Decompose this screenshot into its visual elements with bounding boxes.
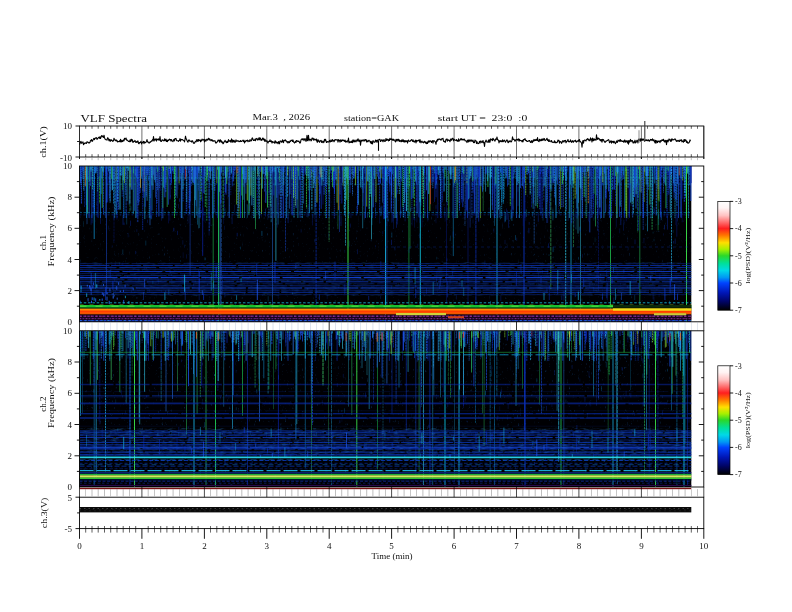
svg-text:4: 4 [68,420,73,430]
svg-text:ch.3(V): ch.3(V) [40,498,50,529]
svg-text:-3: -3 [735,362,742,371]
svg-text:station=GAK: station=GAK [344,113,400,123]
svg-text:2: 2 [68,451,73,461]
svg-text:VLF Spectra: VLF Spectra [81,113,148,124]
svg-text:8: 8 [68,192,73,202]
svg-text:9: 9 [639,541,644,551]
svg-text:6: 6 [452,541,457,551]
svg-text:2: 2 [202,541,207,551]
svg-text:4: 4 [68,255,73,265]
svg-text:-6: -6 [735,443,742,452]
svg-text:3: 3 [265,541,270,551]
svg-text:10: 10 [699,541,709,551]
svg-text:8: 8 [577,541,582,551]
svg-text:6: 6 [68,223,73,233]
svg-text:10: 10 [63,161,73,171]
svg-text:-4: -4 [735,224,742,233]
svg-text:ch.1(V): ch.1(V) [38,126,48,158]
svg-text:Frequency (kHz): Frequency (kHz) [46,197,56,267]
svg-text:-7: -7 [735,470,742,479]
svg-text:5: 5 [389,541,394,551]
svg-text:0: 0 [77,541,82,551]
svg-text:-6: -6 [735,279,742,288]
svg-text:log(PSD)(V²/Hz): log(PSD)(V²/Hz) [745,391,753,448]
svg-text:4: 4 [327,541,332,551]
svg-text:Mar.3 , 2026: Mar.3 , 2026 [253,112,311,122]
svg-text:Frequency (kHz): Frequency (kHz) [46,358,56,428]
svg-text:-3: -3 [735,197,742,206]
svg-text:-4: -4 [735,389,742,398]
svg-text:start UT = 23:0 :0: start UT = 23:0 :0 [438,113,528,123]
svg-text:-5: -5 [735,252,742,261]
svg-text:5: 5 [68,493,73,503]
svg-text:10: 10 [63,121,73,131]
svg-text:log(PSD)(V²/Hz): log(PSD)(V²/Hz) [745,227,753,284]
svg-text:7: 7 [514,541,519,551]
svg-text:0: 0 [68,482,73,492]
svg-text:Time (min): Time (min) [372,551,413,561]
svg-text:-5: -5 [65,524,73,534]
svg-text:6: 6 [68,388,73,398]
svg-text:8: 8 [68,357,73,367]
svg-text:-5: -5 [735,416,742,425]
svg-text:1: 1 [140,541,145,551]
svg-text:2: 2 [68,286,73,296]
svg-text:10: 10 [63,326,73,336]
svg-text:-7: -7 [735,306,742,315]
